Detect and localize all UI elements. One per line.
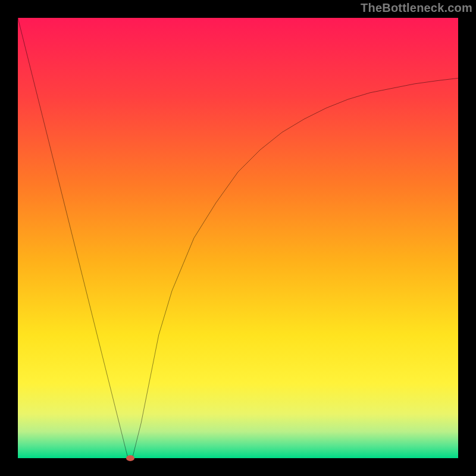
plot-area [18, 18, 458, 458]
optimal-point-marker [126, 455, 134, 461]
watermark-text: TheBottleneck.com [361, 1, 472, 15]
chart-frame: TheBottleneck.com [0, 0, 476, 476]
background-gradient [18, 18, 458, 458]
svg-rect-0 [18, 18, 458, 458]
